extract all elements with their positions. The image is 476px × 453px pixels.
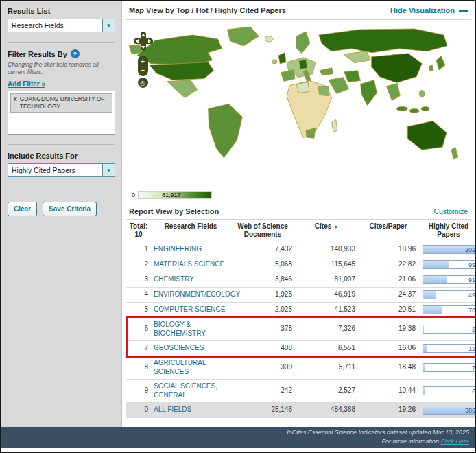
filter-tag-label: GUANGDONG UNIVERSITY OF TECHNOLOGY [20,95,109,111]
row-rank: 1 [126,242,151,257]
row-rank: 9 [126,380,151,403]
row-rank: 5 [126,303,151,318]
col-cites-per-paper[interactable]: Cites/Paper [358,220,418,242]
row-highly-cited: 2 [418,318,475,341]
row-highly-cited: 49 [418,288,475,303]
row-field: ENVIRONMENT/ECOLOGY [151,288,230,303]
highly-cited-bar[interactable]: 91 [423,275,475,284]
highly-cited-bar[interactable]: 6 [423,386,475,395]
globe-icon[interactable]: ◎ [138,78,148,88]
active-filters-box: x GUANGDONG UNIVERSITY OF TECHNOLOGY [8,91,115,135]
row-cites-per-paper: 24.37 [358,288,418,303]
field-link[interactable]: MATERIALS SCIENCE [154,260,224,268]
table-row: 1ENGINEERING7,432140,93318.96202 [126,242,475,257]
row-docs: 408 [230,341,295,356]
sidebar: Results List Research Fields ▼ Filter Re… [1,1,122,427]
help-icon[interactable]: ? [71,49,80,58]
save-criteria-button[interactable]: Save Criteria [43,202,97,216]
highly-cited-bar[interactable]: 202 [423,245,475,254]
row-docs: 2,025 [230,303,295,318]
table-row: 0ALL FIELDS25,146484,36819.26586 [126,403,475,418]
customize-link[interactable]: Customize [433,207,468,216]
row-rank: 8 [126,356,151,380]
row-cites: 5,711 [295,356,358,380]
row-rank: 3 [126,272,151,288]
map-regions[interactable] [129,27,458,159]
row-field: SOCIAL SCIENCES, GENERAL [151,380,230,403]
row-cites: 7,326 [295,318,358,341]
main-panel: Map View by Top / Hot / Highly Cited Pap… [122,1,475,427]
include-results-select[interactable]: Highly Cited Papers ▼ [8,163,115,177]
row-rank: 7 [126,341,151,356]
field-link[interactable]: ENGINEERING [154,245,202,253]
remove-filter-icon[interactable]: x [14,95,17,111]
highly-cited-bar[interactable]: 99 [423,260,475,269]
highly-cited-bar[interactable]: 7 [423,363,475,372]
map-zoom-control: + − ◎ [137,56,148,88]
field-link[interactable]: CHEMISTRY [154,275,194,283]
highly-cited-bar[interactable]: 70 [423,305,475,314]
field-link[interactable]: ALL FIELDS [154,406,191,413]
row-cites-per-paper: 19.38 [358,318,418,341]
row-highly-cited: 99 [418,257,475,272]
map-pan-control[interactable] [133,31,154,54]
zoom-in-button[interactable]: + [138,57,148,66]
row-field: AGRICULTURAL SCIENCES [151,356,230,380]
chevron-down-icon[interactable]: ▼ [102,19,115,32]
highly-cited-bar[interactable]: 12 [423,344,475,353]
hide-visualization-link[interactable]: Hide Visualization [390,6,468,14]
chevron-down-icon[interactable]: ▼ [102,164,115,176]
row-cites-per-paper: 16.06 [358,341,418,356]
table-row: 7GEOSCIENCES4086,55116.0612 [126,341,475,356]
world-map[interactable] [128,23,469,170]
sidebar-divider [8,144,115,145]
row-cites: 140,933 [295,242,358,257]
row-docs: 378 [230,318,295,341]
highly-cited-bar[interactable]: 586 [423,406,475,415]
row-rank: 4 [126,288,151,303]
col-research-fields[interactable]: Research Fields [151,220,230,242]
highly-cited-bar[interactable]: 2 [423,325,475,334]
row-cites: 115,645 [295,257,358,272]
col-wos-documents[interactable]: Web of Science Documents [230,220,295,242]
col-total: Total: 10 [126,220,151,242]
row-field: CHEMISTRY [151,272,230,288]
minimize-icon [459,10,468,12]
filter-tag[interactable]: x GUANGDONG UNIVERSITY OF TECHNOLOGY [10,93,112,113]
field-link[interactable]: GEOSCIENCES [154,344,204,351]
row-rank: 0 [126,403,151,418]
row-docs: 5,068 [230,257,295,272]
click-here-link[interactable]: Click Here [440,438,469,445]
row-cites-per-paper: 19.26 [358,403,418,418]
scale-gradient: 81,917 [138,191,212,199]
col-highly-cited[interactable]: Highly Cited Papers [418,220,475,242]
row-highly-cited: 586 [418,403,475,418]
zoom-out-button[interactable]: − [138,66,148,75]
table-row: 6BIOLOGY & BIOCHEMISTRY3787,32619.382 [126,318,475,341]
field-link[interactable]: ENVIRONMENT/ECOLOGY [154,290,240,298]
filter-note: Changing the filter field removes all cu… [8,61,104,76]
add-filter-link[interactable]: Add Filter » [8,80,45,88]
col-cites[interactable]: Cites▼ [295,220,358,242]
row-highly-cited: 202 [418,242,475,257]
row-highly-cited: 7 [418,356,475,380]
row-cites-per-paper: 22.82 [358,257,418,272]
results-list-select[interactable]: Research Fields ▼ [8,19,115,32]
field-link[interactable]: SOCIAL SCIENCES, GENERAL [154,382,217,399]
highly-cited-bar[interactable]: 49 [423,290,475,299]
clear-button[interactable]: Clear [8,202,37,216]
map-visualization[interactable]: + − ◎ 0 81,917 [126,19,471,203]
row-cites-per-paper: 21.06 [358,272,418,288]
row-highly-cited: 6 [418,380,475,403]
more-info-text: For more information Click Here [381,437,469,446]
map-view-title: Map View by Top / Hot / Highly Cited Pap… [129,6,286,14]
field-link[interactable]: BIOLOGY & BIOCHEMISTRY [154,321,206,337]
table-row: 4ENVIRONMENT/ECOLOGY1,92546,91924.3749 [126,288,475,303]
row-field: ALL FIELDS [151,403,230,418]
dataset-updated-text: InCites Essential Science Indicators dat… [287,428,469,437]
field-link[interactable]: COMPUTER SCIENCE [154,305,225,313]
field-link[interactable]: AGRICULTURAL SCIENCES [154,359,206,375]
row-cites-per-paper: 10.44 [358,380,418,403]
row-field: COMPUTER SCIENCE [151,303,230,318]
row-cites: 2,527 [295,380,358,403]
